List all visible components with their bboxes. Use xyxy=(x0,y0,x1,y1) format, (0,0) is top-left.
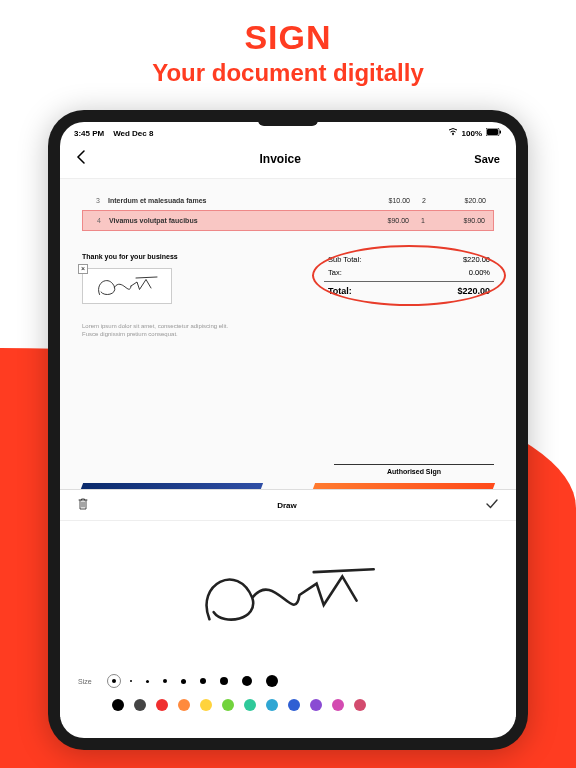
color-row xyxy=(60,693,516,717)
thanks-text: Thank you for your business xyxy=(82,253,304,260)
row-price: $10.00 xyxy=(368,197,410,204)
totals-column: Sub Total: $220.00 Tax: 0.00% Total: $22… xyxy=(324,253,494,339)
size-option[interactable] xyxy=(130,680,132,682)
row-desc: Vivamus volutpat faucibus xyxy=(109,217,367,224)
color-option[interactable] xyxy=(134,699,146,711)
draw-title: Draw xyxy=(277,501,297,510)
draw-canvas[interactable] xyxy=(60,521,516,669)
document-preview: 3 Interdum et malesuada fames $10.00 2 $… xyxy=(60,179,516,489)
table-row: 3 Interdum et malesuada fames $10.00 2 $… xyxy=(82,191,494,210)
size-option[interactable] xyxy=(112,679,116,683)
row-index: 3 xyxy=(90,197,108,204)
size-option[interactable] xyxy=(266,675,278,687)
check-icon[interactable] xyxy=(486,499,498,511)
total-value: $220.00 xyxy=(457,286,490,296)
svg-rect-3 xyxy=(500,131,502,134)
color-option[interactable] xyxy=(244,699,256,711)
row-qty: 2 xyxy=(410,197,438,204)
tax-label: Tax: xyxy=(328,268,342,277)
page-title: Invoice xyxy=(259,152,300,166)
size-option[interactable] xyxy=(181,679,186,684)
row-qty: 1 xyxy=(409,217,437,224)
row-amount: $20.00 xyxy=(438,197,486,204)
size-option[interactable] xyxy=(163,679,167,683)
document-lower: Thank you for your business × Lorem ipsu… xyxy=(82,253,494,339)
color-option[interactable] xyxy=(200,699,212,711)
headline-sign: SIGN xyxy=(0,18,576,57)
wifi-icon xyxy=(448,128,458,138)
size-option[interactable] xyxy=(146,680,149,683)
row-price: $90.00 xyxy=(367,217,409,224)
color-option[interactable] xyxy=(178,699,190,711)
status-time: 3:45 PM xyxy=(74,129,104,138)
signature-glyph-small xyxy=(92,272,162,300)
save-button[interactable]: Save xyxy=(474,153,500,165)
subtotal-value: $220.00 xyxy=(463,255,490,264)
color-option[interactable] xyxy=(222,699,234,711)
size-option[interactable] xyxy=(242,676,252,686)
tax-row: Tax: 0.00% xyxy=(324,266,494,279)
back-button[interactable] xyxy=(76,150,86,168)
status-date: Wed Dec 8 xyxy=(113,129,153,138)
total-label: Total: xyxy=(328,286,352,296)
total-row: Total: $220.00 xyxy=(324,281,494,298)
table-row-selected[interactable]: 4 Vivamus volutpat faucibus $90.00 1 $90… xyxy=(82,210,494,231)
tablet-screen: 3:45 PM Wed Dec 8 100% Invoice Save xyxy=(60,122,516,738)
size-label: Size xyxy=(78,678,102,685)
draw-panel: Draw Size xyxy=(60,489,516,717)
size-dots xyxy=(112,675,278,687)
tablet-frame: 3:45 PM Wed Dec 8 100% Invoice Save xyxy=(48,110,528,750)
tablet-notch xyxy=(258,122,318,126)
row-desc: Interdum et malesuada fames xyxy=(108,197,368,204)
close-icon[interactable]: × xyxy=(78,264,88,274)
size-option[interactable] xyxy=(200,678,206,684)
headline: SIGN Your document digitally xyxy=(0,0,576,87)
invoice-table: 3 Interdum et malesuada fames $10.00 2 $… xyxy=(82,191,494,231)
signature-glyph xyxy=(188,550,388,640)
size-option[interactable] xyxy=(220,677,228,685)
color-option[interactable] xyxy=(266,699,278,711)
trash-icon[interactable] xyxy=(78,498,88,512)
thanks-column: Thank you for your business × Lorem ipsu… xyxy=(82,253,304,339)
battery-icon xyxy=(486,128,502,138)
status-left: 3:45 PM Wed Dec 8 xyxy=(74,129,153,138)
color-option[interactable] xyxy=(332,699,344,711)
subtotal-row: Sub Total: $220.00 xyxy=(324,253,494,266)
color-option[interactable] xyxy=(310,699,322,711)
status-right: 100% xyxy=(448,128,502,138)
svg-rect-2 xyxy=(487,129,498,135)
nav-bar: Invoice Save xyxy=(60,140,516,179)
row-index: 4 xyxy=(91,217,109,224)
color-option[interactable] xyxy=(354,699,366,711)
svg-point-0 xyxy=(452,134,454,136)
draw-header: Draw xyxy=(60,490,516,521)
footer-bar-orange xyxy=(313,483,495,489)
authorised-sign-label: Authorised Sign xyxy=(334,464,494,475)
color-option[interactable] xyxy=(112,699,124,711)
color-option[interactable] xyxy=(288,699,300,711)
battery-percent: 100% xyxy=(462,129,482,138)
tax-value: 0.00% xyxy=(469,268,490,277)
color-dots xyxy=(112,699,366,711)
footer-bar-blue xyxy=(81,483,263,489)
headline-sub: Your document digitally xyxy=(0,59,576,87)
size-row: Size xyxy=(60,669,516,693)
row-amount: $90.00 xyxy=(437,217,485,224)
subtotal-label: Sub Total: xyxy=(328,255,361,264)
signature-preview[interactable]: × xyxy=(82,268,172,304)
lorem-text: Lorem ipsum dolor sit amet, consectetur … xyxy=(82,322,232,339)
color-option[interactable] xyxy=(156,699,168,711)
